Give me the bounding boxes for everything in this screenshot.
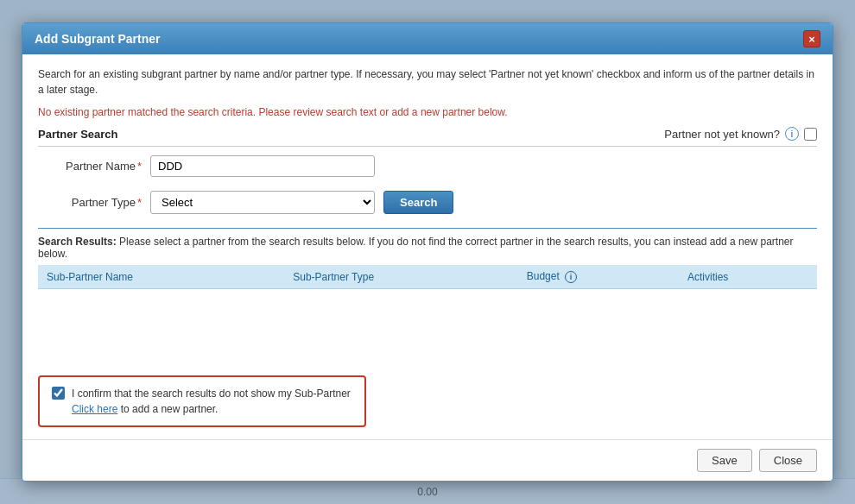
error-text: No existing partner matched the search c… xyxy=(38,106,817,118)
modal-overlay: Add Subgrant Partner × Search for an exi… xyxy=(0,0,855,504)
partner-not-known-info-icon[interactable]: i xyxy=(785,127,799,141)
partner-name-required: * xyxy=(137,160,142,173)
col-budget: Budget i xyxy=(518,265,679,288)
partner-name-label: Partner Name* xyxy=(38,160,142,173)
search-results-bold: Search Results: xyxy=(38,236,117,248)
modal-body: Search for an existing subgrant partner … xyxy=(22,54,833,438)
save-button[interactable]: Save xyxy=(697,449,752,472)
search-button[interactable]: Search xyxy=(383,191,453,214)
search-results-section: Search Results: Please select a partner … xyxy=(38,228,817,357)
modal-title: Add Subgrant Partner xyxy=(35,32,160,46)
modal-footer: Save Close xyxy=(22,439,833,481)
results-table: Sub-Partner Name Sub-Partner Type Budget… xyxy=(38,265,817,357)
col-sub-partner-name: Sub-Partner Name xyxy=(38,265,284,288)
partner-not-known-row: Partner not yet known? i xyxy=(664,127,817,141)
confirm-row: I confirm that the search results do not… xyxy=(52,386,352,417)
budget-info-icon[interactable]: i xyxy=(565,271,577,283)
confirm-checkbox[interactable] xyxy=(52,387,65,400)
click-here-link[interactable]: Click here xyxy=(72,403,117,415)
close-button[interactable]: Close xyxy=(759,449,817,472)
modal-dialog: Add Subgrant Partner × Search for an exi… xyxy=(22,22,833,481)
partner-name-row: Partner Name* xyxy=(38,155,817,177)
confirm-text: I confirm that the search results do not… xyxy=(72,386,351,417)
modal-header: Add Subgrant Partner × xyxy=(22,23,833,54)
confirm-area: I confirm that the search results do not… xyxy=(38,375,366,427)
partner-type-row: Partner Type* Select Search xyxy=(38,191,817,214)
col-sub-partner-type: Sub-Partner Type xyxy=(284,265,517,288)
empty-row xyxy=(38,289,817,358)
partner-search-header: Partner Search Partner not yet known? i xyxy=(38,127,817,147)
confirm-text-line3: to add a new partner. xyxy=(117,403,218,415)
partner-search-label: Partner Search xyxy=(38,128,118,141)
confirm-text-line1: I confirm that the search results do not… xyxy=(72,387,351,400)
results-table-body xyxy=(38,289,817,358)
partner-type-required: * xyxy=(137,196,142,209)
partner-name-input[interactable] xyxy=(150,155,375,177)
partner-not-known-checkbox[interactable] xyxy=(804,128,817,141)
modal-close-button[interactable]: × xyxy=(803,30,820,47)
partner-type-label: Partner Type* xyxy=(38,196,142,209)
partner-not-known-label: Partner not yet known? xyxy=(664,128,780,141)
partner-type-select[interactable]: Select xyxy=(150,191,375,214)
search-results-label: Search Results: Please select a partner … xyxy=(38,236,817,260)
search-results-desc: Please select a partner from the search … xyxy=(38,236,793,260)
results-table-header: Sub-Partner Name Sub-Partner Type Budget… xyxy=(38,265,817,288)
col-activities: Activities xyxy=(679,265,817,288)
info-text: Search for an existing subgrant partner … xyxy=(38,66,817,98)
